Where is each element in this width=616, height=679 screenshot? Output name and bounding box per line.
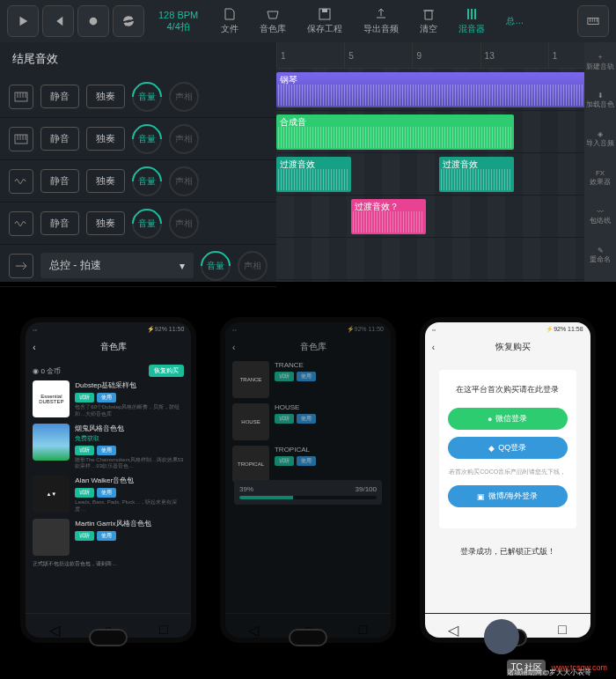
svg-rect-2 — [322, 9, 327, 12]
pack-desc: 包含了60个Dubstep风格的断奏，贝斯，鼓组和…大师音色库 — [75, 404, 184, 418]
master-volume-knob[interactable]: 音量 — [201, 251, 231, 281]
track-type-icon[interactable] — [9, 211, 33, 236]
sidebar-envelope[interactable]: 〰包络线 — [584, 197, 616, 236]
weibo-login-button[interactable]: ▣ 微博/海外登录 — [448, 485, 568, 507]
listen-tag[interactable]: 试听 — [75, 531, 94, 541]
sound-pack[interactable]: 烟鬼风格音色包 免费获取 试听使用 随形The Chainsmokers风格样制… — [33, 424, 184, 471]
pan-knob[interactable]: 声相 — [169, 82, 199, 112]
wechat-login-button[interactable]: ● 微信登录 — [448, 408, 568, 430]
play-button[interactable] — [7, 5, 39, 37]
lane[interactable] — [276, 196, 616, 238]
menu-master[interactable]: 总… — [497, 15, 532, 27]
use-tag[interactable]: 使用 — [297, 372, 316, 381]
menu-save[interactable]: 保存工程 — [298, 7, 351, 35]
track-type-icon[interactable] — [9, 169, 33, 194]
back-icon[interactable]: ‹ — [432, 343, 443, 352]
timeline-lanes[interactable]: 钢琴合成音过渡音效过渡音效过渡音效？ — [276, 69, 616, 282]
use-tag[interactable]: 使用 — [297, 456, 316, 466]
mute-button[interactable]: 静音 — [40, 127, 79, 151]
mute-button[interactable]: 静音 — [40, 85, 79, 108]
footer-note: 正式版不包括这款音色包，请到商… — [33, 561, 184, 568]
volume-knob[interactable]: 音量 — [132, 209, 162, 239]
sound-pack[interactable]: Martin Garrix风格音色包 试听使用 — [33, 519, 184, 556]
solo-button[interactable]: 独奏 — [86, 85, 125, 108]
sidebar-diamond[interactable]: ◈导入音频 — [584, 120, 616, 159]
sound-pack[interactable]: ▲▼ Alan Walker音色包 试听使用 Leads, Bass, Pads… — [33, 476, 184, 513]
listen-tag[interactable]: 试听 — [275, 372, 294, 381]
master-dropdown[interactable]: 总控 - 拍速▾ — [40, 253, 194, 278]
nav-back-icon[interactable]: ◁ — [448, 622, 457, 631]
solo-button[interactable]: 独奏 — [86, 169, 125, 193]
restore-button[interactable]: 恢复购买 — [149, 365, 184, 377]
timeline-ruler[interactable]: 159131 — [276, 42, 616, 69]
lane[interactable] — [276, 238, 616, 280]
clip[interactable]: 过渡音效 — [276, 157, 351, 192]
track-row: 静音 独奏 音量 声相 — [0, 118, 276, 160]
coin-balance[interactable]: ◉ 0 金币 — [33, 366, 61, 376]
menu-soundlib[interactable]: 音色库 — [251, 7, 295, 35]
back-icon[interactable]: ‹ — [232, 343, 243, 352]
nav-back-icon[interactable]: ◁ — [49, 622, 58, 631]
volume-knob[interactable]: 音量 — [132, 166, 162, 196]
ruler-mark: 9 — [412, 42, 480, 68]
loop-button[interactable] — [113, 5, 144, 37]
sound-pack[interactable]: TROPICAL TROPICAL 试听使用 — [232, 446, 384, 483]
master-track: 总控 - 拍速▾ 音量 声相 — [0, 245, 276, 287]
qq-login-button[interactable]: ◆ QQ登录 — [448, 437, 568, 459]
back-icon[interactable]: ‹ — [33, 343, 43, 352]
track-type-icon[interactable] — [9, 127, 33, 151]
use-tag[interactable]: 使用 — [97, 446, 116, 455]
menu-mixer[interactable]: 混音器 — [450, 7, 494, 35]
nav-back-icon[interactable]: ◁ — [248, 622, 257, 631]
listen-tag[interactable]: 试听 — [275, 414, 294, 424]
nav-recent-icon[interactable]: □ — [359, 622, 368, 631]
pack-title: HOUSE — [275, 403, 384, 411]
clip[interactable]: 合成音 — [276, 114, 514, 150]
listen-tag[interactable]: 试听 — [75, 393, 94, 402]
track-type-icon[interactable] — [9, 85, 33, 109]
master-pan-knob[interactable]: 声相 — [238, 251, 268, 281]
home-button[interactable] — [89, 629, 128, 646]
use-tag[interactable]: 使用 — [97, 393, 116, 402]
solo-button[interactable]: 独奏 — [86, 127, 125, 151]
nav-recent-icon[interactable]: □ — [159, 622, 168, 631]
sound-pack[interactable]: TRANCE TRANCE 试听使用 — [232, 361, 384, 398]
volume-knob[interactable]: 音量 — [132, 124, 162, 154]
listen-tag[interactable]: 试听 — [275, 456, 294, 466]
menu-export[interactable]: 导出音频 — [355, 7, 407, 35]
clip[interactable]: 过渡音效 — [439, 157, 514, 192]
solo-button[interactable]: 独奏 — [86, 211, 125, 235]
rewind-button[interactable] — [42, 5, 74, 37]
use-tag[interactable]: 使用 — [297, 414, 316, 424]
sidebar-fx[interactable]: FX效果器 — [584, 159, 616, 197]
ruler-mark: 5 — [344, 42, 412, 68]
listen-tag[interactable]: 试听 — [75, 446, 94, 455]
mute-button[interactable]: 静音 — [40, 211, 79, 235]
pack-thumbnail: HOUSE — [232, 403, 269, 440]
sound-pack[interactable]: HOUSE HOUSE 试听使用 — [232, 403, 384, 440]
pan-knob[interactable]: 声相 — [169, 124, 199, 154]
sidebar-edit[interactable]: ✎重命名 — [584, 236, 616, 275]
home-button[interactable] — [289, 629, 327, 646]
use-tag[interactable]: 使用 — [97, 531, 116, 541]
record-button[interactable] — [77, 5, 109, 37]
plus-icon: ＋ — [597, 52, 604, 62]
use-tag[interactable]: 使用 — [97, 488, 116, 498]
volume-knob[interactable]: 音量 — [132, 82, 162, 112]
pan-knob[interactable]: 声相 — [169, 166, 199, 196]
nav-recent-icon[interactable]: □ — [558, 622, 567, 631]
status-bar: ◦◦⚡92% 11:50 — [225, 322, 391, 336]
pan-knob[interactable]: 声相 — [169, 209, 199, 239]
sound-pack[interactable]: Essential DUBSTEP Dubstep基础采样包 试听使用 包含了6… — [33, 380, 184, 418]
listen-tag[interactable]: 试听 — [75, 488, 94, 498]
sidebar-plus[interactable]: ＋新建音轨 — [584, 42, 616, 81]
menu-file[interactable]: 文件 — [212, 7, 247, 35]
mute-button[interactable]: 静音 — [40, 169, 79, 193]
clip[interactable]: 钢琴 — [276, 72, 616, 107]
clip[interactable]: 过渡音效？ — [351, 199, 426, 234]
sidebar-download[interactable]: ⬇加载音色 — [584, 81, 616, 120]
section-title: 结尾音效 — [0, 42, 276, 76]
keyboard-button[interactable] — [577, 5, 609, 37]
tempo-display[interactable]: 128 BPM 4/4拍 — [148, 10, 209, 33]
menu-clear[interactable]: 清空 — [411, 7, 446, 35]
